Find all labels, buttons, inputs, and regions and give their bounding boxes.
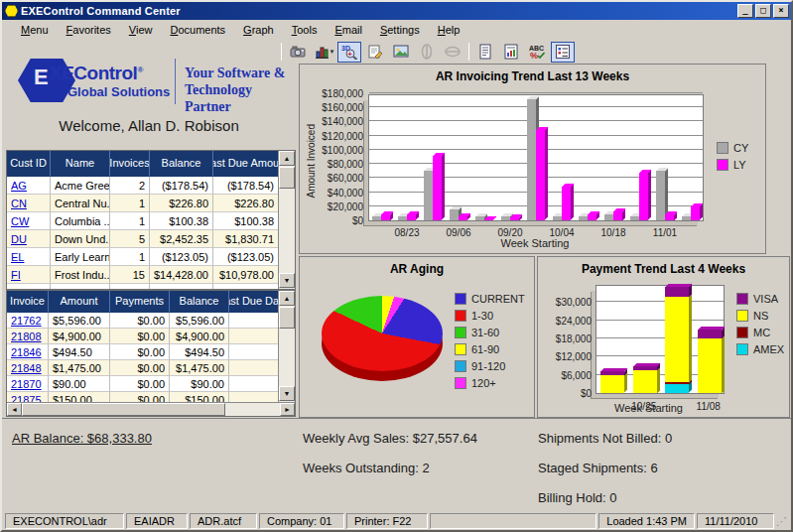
weeks-outstanding: Weeks Outstanding: 2 (303, 461, 430, 475)
toolbar-chart-type-icon[interactable]: ▾ (312, 42, 335, 63)
bar (510, 217, 519, 220)
minimize-button[interactable]: _ (737, 4, 753, 18)
y-tick-label: $180,000 (312, 88, 363, 99)
table-cell: $4,900.00 (170, 329, 229, 344)
staged-shipments: Staged Shipments: 6 (538, 461, 658, 475)
ar-aging-pie-chart: AR Aging CURRENT1-3031-6061-9091-120120+ (299, 256, 535, 418)
legend-label: MC (753, 327, 770, 338)
vertical-scrollbar[interactable]: ▲▼ (278, 151, 295, 289)
column-header[interactable]: Invoice (7, 291, 49, 313)
resize-grip[interactable]: ⋰ (776, 514, 788, 528)
payment-trend-chart: Payment Trend Last 4 Weeks Week Starting… (537, 256, 790, 418)
legend-item: 61-90 (455, 343, 525, 355)
column-header[interactable]: Cust ID (7, 151, 51, 177)
bar (553, 216, 562, 220)
bar-side-face (689, 294, 692, 382)
logo-letter: E (34, 65, 49, 90)
bar (407, 214, 416, 220)
dropdown-arrow-icon[interactable]: ▾ (330, 48, 334, 56)
table-cell: ($123.05) (213, 248, 279, 266)
toolbar-spell-check-icon[interactable]: ABC% (525, 42, 549, 63)
legend-item: 120+ (455, 377, 525, 389)
legend-label: 1-30 (471, 310, 493, 322)
ar-balance-link[interactable]: AR Balance: $68,333.80 (12, 431, 152, 446)
toolbar-rotate-vertical-icon[interactable] (441, 42, 464, 63)
tagline-line1: Your Software & (185, 65, 296, 81)
scroll-up-button[interactable]: ▲ (279, 291, 295, 306)
menu-item-email[interactable]: Email (326, 22, 371, 38)
bar-segment (600, 375, 624, 393)
menu-item-settings[interactable]: Settings (371, 22, 429, 38)
scroll-down-button[interactable]: ▼ (279, 386, 295, 401)
customer-link[interactable]: DU (11, 233, 27, 245)
column-header[interactable]: Balance (150, 151, 213, 177)
legend-swatch (736, 293, 748, 305)
scroll-left-button[interactable]: ◄ (7, 403, 22, 416)
table-cell: 21846 (7, 344, 49, 360)
chart-title: AR Invoicing Trend Last 13 Weeks (300, 69, 765, 83)
toolbar-insert-image-icon[interactable] (389, 42, 413, 63)
scroll-right-button[interactable]: ► (280, 403, 295, 416)
toolbar-legend-icon[interactable] (551, 42, 575, 63)
customer-link[interactable]: EL (11, 251, 24, 263)
invoice-link[interactable]: 21762 (11, 315, 42, 327)
toolbar-report-icon[interactable] (499, 42, 523, 63)
bar (424, 171, 433, 220)
toolbar-document-icon[interactable] (473, 42, 497, 63)
scroll-up-button[interactable]: ▲ (279, 151, 295, 166)
invoice-link[interactable]: 21848 (11, 362, 42, 374)
table-cell: $1,830.71 (213, 230, 279, 248)
bar-top-face (666, 284, 693, 287)
invoice-link[interactable]: 21846 (11, 346, 42, 358)
menu-item-view[interactable]: View (120, 22, 162, 38)
customer-link[interactable]: AG (11, 180, 27, 192)
toolbar-edit-note-icon[interactable] (363, 42, 387, 63)
menu-item-graph[interactable]: Graph (234, 22, 283, 38)
legend-swatch (717, 159, 728, 171)
column-header[interactable]: Name (51, 151, 110, 177)
horizontal-scrollbar[interactable]: ◄► (7, 402, 295, 416)
scroll-thumb[interactable] (279, 167, 295, 189)
vertical-scrollbar[interactable]: ▲▼ (278, 291, 295, 402)
invoice-link[interactable]: 21808 (11, 331, 42, 342)
column-header[interactable]: Past Due Amount (213, 151, 279, 177)
legend-item: VISA (736, 293, 784, 305)
menu-item-favorites[interactable]: Favorites (58, 22, 120, 38)
legend-swatch (455, 310, 466, 322)
y-tick-label: $24,000 (542, 316, 592, 327)
legend-item: AMEX (736, 343, 784, 355)
table-cell: 1 (110, 248, 150, 266)
column-header[interactable]: Balance (170, 291, 229, 313)
customer-link[interactable]: CN (11, 198, 27, 209)
bar-segment (665, 382, 689, 384)
scroll-thumb[interactable] (22, 403, 225, 416)
maximize-button[interactable]: □ (755, 4, 771, 18)
table-cell: $494.50 (49, 344, 110, 360)
menu-item-help[interactable]: Help (429, 22, 469, 38)
toolbar-zoom-3d-icon[interactable]: 3D+ (337, 42, 361, 63)
invoice-link[interactable]: 21870 (11, 378, 42, 390)
column-header[interactable]: Payments (110, 291, 170, 313)
menu-item-documents[interactable]: Documents (161, 22, 234, 38)
table-cell: ($123.05) (150, 248, 213, 266)
menu-item-tools[interactable]: Tools (283, 22, 327, 38)
logo-subtitle: Global Solutions (67, 84, 170, 99)
column-header[interactable]: Past Due Days (229, 291, 279, 313)
customer-link[interactable]: CW (11, 215, 29, 227)
scroll-thumb[interactable] (279, 307, 295, 329)
y-tick-label: $80,000 (312, 159, 363, 170)
table-cell (229, 360, 279, 376)
customer-link[interactable]: FI (11, 269, 21, 281)
toolbar-rotate-horizontal-icon[interactable] (415, 42, 439, 63)
table-cell: FI (7, 266, 51, 284)
menu-item-menu[interactable]: Menu (12, 22, 58, 38)
table-cell: $4,900.00 (49, 329, 110, 344)
y-tick-label: $20,000 (312, 201, 363, 212)
table-cell: $14,428.00 (150, 266, 213, 284)
close-button[interactable]: × (773, 4, 789, 18)
y-tick-label: $140,000 (312, 116, 363, 127)
scroll-down-button[interactable]: ▼ (279, 273, 295, 288)
column-header[interactable]: Invoices (110, 151, 150, 177)
column-header[interactable]: Amount (49, 291, 110, 313)
table-cell: Frost Indu... (51, 266, 110, 284)
